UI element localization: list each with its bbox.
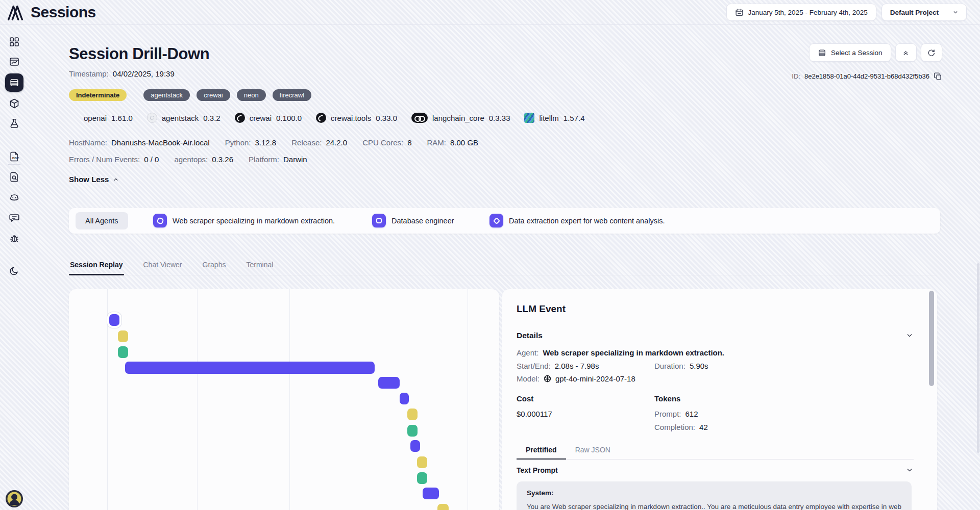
host-stat-value: 3.12.8 [255, 138, 277, 147]
gantt-event-bar[interactable] [378, 377, 400, 389]
sessions-table-icon [9, 78, 19, 88]
svg-text:DOC: DOC [12, 157, 19, 160]
page-scrollbar-thumb[interactable] [977, 263, 979, 453]
chevron-down-icon [952, 9, 959, 16]
session-tag: agentstack [143, 89, 190, 101]
gantt-gridline [289, 289, 290, 510]
package-name: litellm [539, 114, 558, 122]
sidebar-divider [8, 164, 20, 165]
discord-icon[interactable] [9, 192, 20, 203]
date-range-picker[interactable]: January 5th, 2025 - February 4th, 2025 [726, 4, 876, 21]
select-session-button[interactable]: Select a Session [809, 43, 891, 62]
package-icon [147, 113, 157, 123]
session-tag: firecrawl [273, 89, 311, 101]
session-drilldown-page: Sessions January 5th, 2025 - February 4t… [0, 0, 980, 510]
panel-scrollbar-thumb[interactable] [929, 291, 934, 386]
package-name: langchain_core [432, 114, 484, 122]
top-bar: Sessions January 5th, 2025 - February 4t… [0, 0, 980, 25]
openai-icon [543, 374, 552, 383]
startend-label: Start/End: [517, 362, 551, 370]
copy-icon[interactable] [934, 72, 942, 81]
refresh-button[interactable] [921, 43, 942, 62]
view-tab[interactable]: Session Replay [69, 257, 124, 275]
gantt-event-bar[interactable] [410, 440, 420, 452]
gantt-event-bar[interactable] [417, 472, 427, 484]
cost-tokens-headers: Cost Tokens [517, 394, 914, 403]
view-tab[interactable]: Graphs [202, 257, 227, 275]
docs-file-icon[interactable]: DOC [9, 151, 20, 162]
gantt-event-bar[interactable] [109, 314, 119, 326]
host-stat-label: Platform: [249, 155, 279, 164]
gantt-gridline [107, 289, 108, 510]
chevron-down-icon [905, 466, 914, 474]
payload-view-tab[interactable]: Prettified [517, 443, 566, 459]
gantt-event-bar[interactable] [118, 346, 128, 358]
gantt-event-bar[interactable] [400, 393, 409, 404]
show-less-label: Show Less [69, 175, 109, 184]
tag-row: Indeterminate agentstack crewai neon fir… [69, 89, 311, 101]
session-id-row: ID: 8e2e1858-01a0-44d2-9531-b68d432f5b36 [792, 72, 942, 81]
payload-view-tab[interactable]: Raw JSON [566, 443, 620, 459]
host-stat: agentops: 0.3.26 [174, 155, 233, 164]
packages-cube-icon[interactable] [9, 98, 20, 109]
timestamp-value: 04/02/2025, 19:39 [113, 69, 175, 78]
gantt-event-bar[interactable] [407, 425, 418, 437]
session-tag: neon [237, 89, 266, 101]
details-section-header[interactable]: Details [517, 331, 914, 340]
view-tab[interactable]: Terminal [245, 257, 274, 275]
host-stat-value: 8 [407, 138, 411, 147]
duration-label: Duration: [654, 362, 685, 370]
completion-row: Completion: 42 [517, 423, 914, 431]
overview-window-icon[interactable] [9, 56, 20, 67]
agent-filter-item[interactable]: Data extraction expert for web content a… [489, 214, 665, 227]
text-prompt-header[interactable]: Text Prompt [517, 466, 914, 474]
dark-mode-moon-icon[interactable] [9, 265, 20, 276]
chevron-up-icon [112, 176, 119, 183]
sidebar-item-sessions-active[interactable] [5, 73, 23, 92]
project-select-value: Default Project [890, 9, 939, 16]
host-stat-label: Python: [225, 138, 251, 147]
show-less-toggle[interactable]: Show Less [69, 175, 119, 184]
gantt-event-bar[interactable] [417, 456, 427, 468]
model-line: Model: gpt-4o-mini-2024-07-18 [517, 374, 914, 383]
view-tab[interactable]: Chat Viewer [142, 257, 183, 275]
host-stat-value: 24.2.0 [326, 138, 347, 147]
dashboard-grid-icon[interactable] [9, 36, 20, 47]
prompt-tokens-value: 612 [685, 410, 698, 418]
agent-icon [153, 214, 167, 227]
host-stat-value: 0.3.26 [212, 155, 233, 164]
host-stat-label: RAM: [427, 138, 447, 147]
gantt-event-bar[interactable] [437, 504, 449, 510]
package-version: 1.57.4 [564, 114, 585, 122]
system-prompt-block: System: You are Web scraper specializing… [517, 481, 912, 510]
bug-report-icon[interactable] [9, 233, 20, 244]
package-version: 0.100.0 [276, 114, 302, 122]
session-replay-gantt [69, 289, 499, 510]
host-stat-value: 0 / 0 [144, 155, 159, 164]
session-table-icon [818, 48, 826, 57]
duration-value: 5.90s [690, 362, 708, 370]
host-stats-row-1: HostName: Dhanushs-MacBook-Air.local Pyt… [69, 138, 478, 147]
prompt-tokens-label: Prompt: [654, 410, 681, 418]
cost-value: $0.000117 [517, 410, 654, 418]
collapse-button[interactable] [895, 43, 917, 62]
double-chevron-up-icon [902, 49, 910, 57]
project-select[interactable]: Default Project [881, 4, 967, 21]
experiments-flask-icon[interactable] [9, 118, 20, 129]
user-avatar[interactable] [5, 490, 23, 508]
all-agents-button[interactable]: All Agents [76, 212, 128, 230]
agent-filter-item[interactable]: Web scraper specializing in markdown ext… [153, 214, 335, 227]
gantt-event-bar[interactable] [125, 362, 375, 374]
agent-filter-item[interactable]: Database engineer [372, 214, 454, 227]
package-icon [316, 113, 326, 123]
package-item: agentstack 0.3.2 [147, 113, 220, 123]
agentops-logo-icon[interactable] [6, 3, 26, 22]
logs-search-icon[interactable] [9, 171, 20, 183]
feedback-chat-icon[interactable] [9, 212, 20, 223]
model-value: gpt-4o-mini-2024-07-18 [555, 374, 635, 383]
gantt-event-bar[interactable] [118, 330, 128, 342]
gantt-event-bar[interactable] [423, 488, 439, 499]
gantt-event-bar[interactable] [407, 409, 418, 420]
details-label: Details [517, 331, 543, 340]
view-tabs: Session Replay Chat Viewer Graphs Termin… [69, 257, 937, 275]
